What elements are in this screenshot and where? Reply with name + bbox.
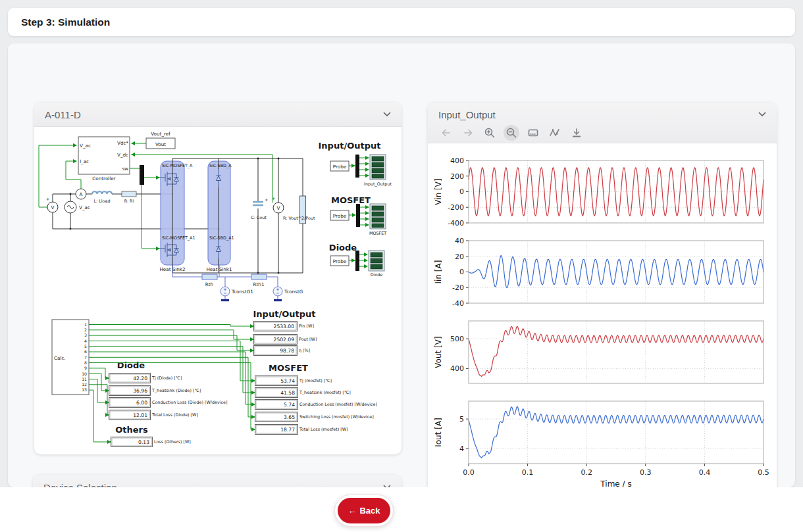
plot-panel-header: Input_Output <box>428 103 777 143</box>
svg-text:Tj (mosfet) [℃]: Tj (mosfet) [℃] <box>299 378 332 383</box>
svg-text:12.01: 12.01 <box>133 412 147 418</box>
svg-text:-40: -40 <box>452 299 464 308</box>
device-label: SiC-MOSFET_A1 <box>162 235 195 241</box>
svg-text:Input_Output: Input_Output <box>364 181 392 187</box>
footer-bar: ← Back <box>0 487 803 532</box>
svg-text:0: 0 <box>459 187 464 196</box>
svg-text:400: 400 <box>450 157 464 165</box>
waveform-plots: 4002000-200-400Vin [V]40200-20-40Iin [A]… <box>428 143 777 494</box>
device-label: SiC-MOSFET_A <box>162 163 193 168</box>
svg-text:Probe: Probe <box>333 213 347 219</box>
chevron-down-icon[interactable] <box>383 112 391 117</box>
svg-text:8: 8 <box>84 360 87 365</box>
svg-text:+: + <box>272 196 275 201</box>
zoom-in-icon[interactable] <box>482 125 498 141</box>
svg-text:Conduction Loss (Diode) [W/dev: Conduction Loss (Diode) [W/device] <box>152 400 227 405</box>
display-row: 3.65Switching Loss (mosfet) [W/device] <box>255 412 374 422</box>
svg-text:2: 2 <box>84 327 87 332</box>
svg-text:7: 7 <box>84 355 87 360</box>
traces-icon[interactable] <box>547 125 563 141</box>
probe-group-diode: Diode Probe Diode <box>329 243 384 278</box>
tconstg-label: TconstG <box>284 289 303 295</box>
svg-text:V_dc: V_dc <box>117 152 128 158</box>
resistor-label: R: Rl <box>124 199 134 204</box>
svg-text:5: 5 <box>84 344 87 349</box>
svg-text:0.2: 0.2 <box>581 468 592 477</box>
svg-text:Conduction Loss (mosfet) [W/de: Conduction Loss (mosfet) [W/device] <box>299 402 377 407</box>
subplot-Iin: 40200-20-40Iin [A] <box>434 237 764 308</box>
svg-text:I_ac: I_ac <box>80 158 89 164</box>
back-icon[interactable] <box>438 125 454 141</box>
plot-panel: Input_Output 4002000-200-400Vin [V]40200… <box>428 103 777 494</box>
zoom-out-icon[interactable] <box>504 125 519 141</box>
svg-text:0.4: 0.4 <box>699 468 711 477</box>
chevron-down-icon[interactable] <box>758 112 766 117</box>
inductor-label: L: Lload <box>94 199 111 204</box>
svg-text:36.96: 36.96 <box>133 388 147 394</box>
svg-text:Controller: Controller <box>92 176 115 181</box>
vout-ref-block: Vout_ref Vout <box>132 131 175 149</box>
svg-text:-200: -200 <box>448 203 464 212</box>
svg-text:Iout [A]: Iout [A] <box>434 418 443 447</box>
svg-text:98.78: 98.78 <box>280 348 294 354</box>
schematic-panel-title: A-011-D <box>45 109 81 120</box>
schematic-panel: A-011-D <box>34 103 402 454</box>
diode-heading: Diode <box>117 360 145 370</box>
svg-text:4: 4 <box>459 445 464 453</box>
svg-text:Switching Loss (mosfet) [W/dev: Switching Loss (mosfet) [W/device] <box>299 414 374 420</box>
controller-block: V_ac I_ac Vdc* V_dc sw Controller <box>78 137 130 181</box>
svg-text:Vout_ref: Vout_ref <box>151 131 170 137</box>
svg-text:-400: -400 <box>448 219 464 228</box>
display-row: 0.13Loss (Others) [W] <box>111 437 191 447</box>
forward-icon[interactable] <box>460 125 476 141</box>
svg-text:0: 0 <box>459 268 464 276</box>
ac-source-label: V_ac <box>79 205 90 210</box>
svg-text:400: 400 <box>450 364 464 373</box>
output-stage: + C: Cout V + R: Vout^2/Pout <box>251 158 315 274</box>
rth1-label: Rth1 <box>253 281 265 287</box>
svg-text:Pin [W]: Pin [W] <box>299 324 314 329</box>
plot-body: 4002000-200-400Vin [V]40200-20-40Iin [A]… <box>428 143 777 494</box>
svg-text:40: 40 <box>455 237 464 245</box>
display-row: 2533.00Pin [W] <box>254 322 314 331</box>
tconstg1-label: TconstG1 <box>231 289 253 295</box>
display-row: 6.00Conduction Loss (Diode) [W/device] <box>109 398 228 408</box>
svg-text:0.5: 0.5 <box>758 468 769 477</box>
svg-text:3.65: 3.65 <box>284 414 295 420</box>
svg-text:Diode: Diode <box>371 272 383 278</box>
svg-text:1: 1 <box>84 322 87 327</box>
back-button[interactable]: ← Back <box>338 498 390 523</box>
display-row: 12.01Total Loss (Diode) [W] <box>109 410 198 420</box>
back-arrow-icon: ← <box>348 506 356 516</box>
schematic-body: V_ac I_ac Vdc* V_dc sw Controller Vout_r… <box>34 127 402 454</box>
mosfet-heading: MOSFET <box>269 363 308 373</box>
svg-text:0.3: 0.3 <box>640 468 652 477</box>
back-button-label: Back <box>359 506 380 516</box>
plot-panel-title: Input_Output <box>438 109 496 120</box>
display-row: 5.74Conduction Loss (mosfet) [W/device] <box>255 400 377 410</box>
svg-text:3: 3 <box>84 333 87 337</box>
svg-text:13: 13 <box>82 387 87 392</box>
bridge-legs: SiC-MOSFET_A SiC-SBD_A SiC-MOSFET_A1 SiC… <box>159 158 303 273</box>
svg-text:-20: -20 <box>452 283 464 292</box>
svg-text:Iin [A]: Iin [A] <box>434 260 443 284</box>
device-label: SiC-SBD_A <box>209 163 232 168</box>
schematic-panel-header[interactable]: A-011-D <box>34 103 402 127</box>
main-card: A-011-D <box>8 43 795 487</box>
display-row: 2502.09Pout [W] <box>254 335 317 345</box>
cap-label: C: Cout <box>251 215 267 220</box>
download-icon[interactable] <box>569 125 584 141</box>
legend-box-icon[interactable] <box>525 125 541 141</box>
svg-text:6: 6 <box>84 349 87 354</box>
svg-text:V_ac: V_ac <box>80 143 91 149</box>
svg-text:Input/Output: Input/Output <box>319 141 381 151</box>
subplot-Vout: 500400Vout [V] <box>434 321 764 383</box>
svg-text:η [%]: η [%] <box>299 348 310 353</box>
subplot-Vin: 4002000-200-400Vin [V] <box>434 157 764 228</box>
display-row: 41.58T_heatsink (mosfet) [℃] <box>255 388 351 398</box>
probe-group-input-output: Input/Output Probe Input_Output <box>319 141 392 187</box>
display-row: 42.20Tj (Diode) [℃] <box>109 374 182 383</box>
svg-text:T_heatsink (Diode) [℃]: T_heatsink (Diode) [℃] <box>151 388 201 393</box>
svg-text:Calc.: Calc. <box>54 355 66 361</box>
svg-text:Diode: Diode <box>329 243 357 253</box>
